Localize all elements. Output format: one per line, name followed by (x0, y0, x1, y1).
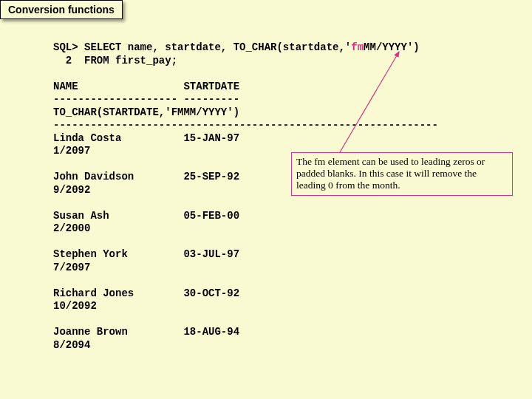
table-row: Richard Jones 30-OCT-92 (53, 287, 239, 299)
dash-1: -------------------- --------- (53, 93, 239, 105)
table-row: Susan Ash 05-FEB-00 (53, 210, 239, 222)
table-row: 1/2097 (53, 145, 90, 157)
page-title: Conversion functions (8, 4, 115, 16)
sql-line-2: 2 FROM first_pay; (53, 55, 177, 66)
fm-highlight: fm (351, 41, 364, 53)
callout-box: The fm element can be used to leading ze… (291, 152, 513, 196)
sql-line-1-post: MM/YYYY') (364, 41, 420, 53)
title-box: Conversion functions (0, 0, 123, 19)
col-headers: NAME STARTDATE (53, 81, 239, 92)
callout-text: The fm element can be used to leading ze… (296, 156, 485, 191)
table-row: 2/2000 (53, 222, 90, 234)
table-row: 9/2092 (53, 184, 90, 196)
sql-output-block: SQL> SELECT name, startdate, TO_CHAR(sta… (53, 41, 438, 352)
table-row: 7/2097 (53, 262, 90, 273)
table-row: John Davidson 25-SEP-92 (53, 171, 239, 183)
table-row: Linda Costa 15-JAN-97 (53, 132, 239, 144)
sql-line-1-pre: SQL> SELECT name, startdate, TO_CHAR(sta… (53, 41, 351, 53)
dash-2: ----------------------------------------… (53, 119, 438, 131)
tochar-header: TO_CHAR(STARTDATE,'FMMM/YYYY') (53, 106, 239, 118)
table-row: 8/2094 (53, 339, 90, 351)
table-row: 10/2092 (53, 300, 97, 312)
table-row: Stephen York 03-JUL-97 (53, 248, 239, 260)
table-row: Joanne Brown 18-AUG-94 (53, 326, 239, 338)
